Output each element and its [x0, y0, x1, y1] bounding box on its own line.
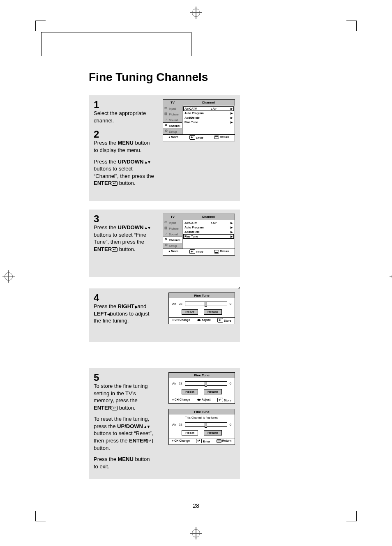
foot-chchange: ♦ CH Change [172, 398, 190, 403]
step-block-3: 3 Press the UP/DOWN ▲▼ buttons to select… [89, 210, 240, 277]
crop-mark [346, 21, 357, 31]
left-icon: ◀ [107, 312, 111, 316]
osd-right-title: Channel [182, 100, 235, 106]
page-number: 28 [0, 502, 392, 509]
setup-icon [164, 129, 168, 134]
right-triangle-icon: ▶ [231, 226, 233, 229]
fine-tune-title: Fine Tune [169, 409, 235, 415]
osd-channel-menu-a: TV Channel Input Picture Sound Channel S… [163, 99, 235, 141]
osd-side-input: Input [163, 106, 182, 111]
osd-item-autoprogram: Auto Program▶ [183, 225, 234, 230]
up-down-icon: ▲▼ [143, 424, 150, 429]
menu-icon [214, 136, 219, 139]
step-number: 2 [94, 129, 155, 139]
foot-enter: ↵ Enter [196, 439, 210, 444]
step-number: 5 [94, 372, 155, 382]
input-icon [164, 106, 168, 111]
input-icon [164, 221, 168, 225]
right-icon: ▶ [134, 304, 138, 309]
fine-tune-channel: 28 [179, 423, 182, 426]
sound-icon [164, 232, 168, 236]
right-triangle-icon: ▶ [231, 112, 233, 115]
osd-item-autoprogram: Auto Program▶ [183, 111, 234, 115]
osd-foot-return: Return [214, 250, 229, 254]
step-text: To reset the fine tuning, press the UP/D… [94, 415, 155, 452]
fine-tune-dialog-c: Fine Tune This Channel is fine tuned Air… [168, 409, 235, 445]
step-block-4: 4 Press the RIGHT ▶ and LEFT ◀ buttons t… [89, 288, 240, 342]
fine-tune-value: 0 [230, 302, 231, 306]
osd-side-setup: Setup [163, 129, 182, 134]
step-block-1-2: 1 Select the appropriate channel. 2 Pres… [89, 95, 240, 201]
fine-tune-title: Fine Tune [169, 373, 235, 378]
step-text: Press the RIGHT ▶ and LEFT ◀ buttons to … [94, 303, 155, 325]
crop-mark [35, 21, 46, 31]
step-text: To store the fine tuning setting in the … [94, 382, 155, 411]
fine-tune-source: Air [172, 382, 176, 385]
osd-item-aircatv: Air/CATV: Air▶ [183, 106, 234, 111]
enter-icon: ↵ [196, 439, 202, 443]
fine-tune-reset-button: Reset [182, 389, 198, 394]
osd-side-picture: Picture [163, 226, 182, 231]
foot-chchange: ♦ CH Change [172, 318, 190, 323]
osd-foot-enter: ↵ Enter [189, 136, 203, 140]
foot-chchange: ♦ CH Change [172, 439, 190, 444]
foot-store: ↵ Store [217, 318, 231, 323]
right-triangle-icon: ▶ [231, 230, 233, 233]
fine-tune-slider [185, 422, 227, 427]
osd-left-title: TV [163, 214, 182, 220]
fine-tune-value: 0 [230, 423, 231, 426]
fine-tune-slider [185, 302, 227, 306]
up-down-icon: ▲▼ [143, 160, 150, 164]
crop-mark [35, 511, 46, 521]
osd-foot-return: Return [214, 136, 229, 140]
fine-tune-return-button: Return [204, 430, 222, 435]
foot-adjust: ◀▶ Adjust [197, 398, 210, 403]
channel-icon [164, 238, 168, 242]
fine-tune-reset-button: Reset [182, 430, 198, 435]
enter-icon: ↵ [112, 181, 118, 186]
fine-tune-reset-button: Reset [182, 309, 198, 315]
enter-icon: ↵ [147, 439, 153, 443]
step-text: Press the UP/DOWN ▲▼ buttons to select “… [94, 158, 155, 187]
fine-tune-channel: 28 [179, 302, 182, 306]
menu-icon [214, 250, 219, 253]
fine-tune-channel: 28 [179, 382, 182, 385]
setup-icon [164, 244, 168, 248]
channel-icon [164, 124, 168, 128]
page-title: Fine Tuning Channels [89, 71, 208, 84]
right-triangle-icon: ▶ [231, 235, 233, 238]
picture-icon [164, 112, 168, 116]
foot-return: Return [217, 439, 232, 444]
picture-icon [164, 226, 168, 230]
enter-icon: ↵ [217, 318, 223, 323]
osd-item-finetune: Fine Tune▶ [183, 120, 234, 124]
osd-left-title: TV [163, 100, 182, 106]
foot-adjust: ◀▶ Adjust [197, 318, 210, 323]
registration-mark-bottom [190, 527, 202, 539]
osd-side-setup: Setup [163, 243, 182, 249]
fine-tune-source: Air [172, 302, 176, 306]
enter-icon: ↵ [217, 398, 223, 402]
step-text: Press the UP/DOWN ▲▼ buttons to select “… [94, 224, 155, 253]
fine-tune-title: Fine Tune [169, 293, 235, 298]
osd-item-finetune: Fine Tune▶ [183, 234, 234, 239]
fine-tune-value: 0 [230, 382, 231, 385]
osd-item-aircatv: Air/CATV: Air▶ [183, 221, 234, 225]
step-text: Press the MENU button to display the men… [94, 139, 155, 154]
osd-foot-move: ♦Move [168, 250, 178, 254]
osd-side-channel: Channel [163, 122, 182, 129]
fine-tune-slider [185, 381, 227, 386]
osd-item-adddelete: Add/Delete▶ [183, 230, 234, 234]
osd-side-input: Input [163, 220, 182, 226]
osd-side-picture: Picture [163, 111, 182, 117]
right-triangle-icon: ▶ [231, 221, 233, 224]
right-triangle-icon: ▶ [231, 107, 233, 110]
right-triangle-icon: ▶ [231, 121, 233, 124]
osd-foot-enter: ↵ Enter [189, 250, 203, 254]
osd-item-adddelete: Add/Delete▶ [183, 115, 234, 120]
step-block-5: 5 To store the fine tuning setting in th… [89, 368, 240, 479]
enter-icon: ↵ [112, 406, 118, 410]
step-number: 3 [94, 214, 155, 224]
registration-mark-top [190, 7, 202, 19]
osd-side-channel: Channel [163, 237, 182, 243]
